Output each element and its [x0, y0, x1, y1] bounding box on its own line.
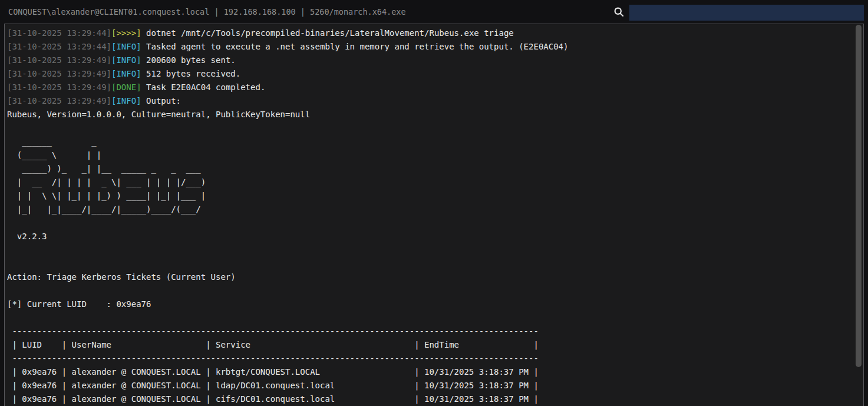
- log-tag: [INFO]: [111, 42, 141, 51]
- log-tag: [DONE]: [111, 82, 141, 92]
- log-line: [31-10-2025 13:29:49][INFO] Output:: [7, 94, 863, 108]
- log-message: 200600 bytes sent.: [141, 55, 236, 65]
- log-message: Tasked agent to execute a .net assembly …: [141, 42, 569, 51]
- log-line: [31-10-2025 13:29:44][INFO] Tasked agent…: [7, 40, 863, 54]
- log-line: [31-10-2025 13:29:49][INFO] 512 bytes re…: [7, 67, 863, 81]
- log-line: [31-10-2025 13:29:49][DONE] Task E2E0AC0…: [7, 81, 863, 94]
- rubeus-output: Rubeus, Version=1.0.0.0, Culture=neutral…: [7, 108, 863, 406]
- session-info: CONQUEST\alexander@CLIENT01.conquest.loc…: [8, 7, 406, 16]
- scrollbar-thumb[interactable]: [856, 25, 862, 367]
- log-message: dotnet /mnt/c/Tools/precompiled-binaries…: [141, 28, 514, 38]
- search-icon[interactable]: [613, 6, 625, 18]
- log-lines: [31-10-2025 13:29:44][>>>>] dotnet /mnt/…: [7, 27, 863, 108]
- log-timestamp: [31-10-2025 13:29:49]: [7, 96, 111, 105]
- log-tag: [>>>>]: [111, 28, 141, 38]
- log-message: Task E2E0AC04 completed.: [141, 82, 266, 92]
- header-bar: CONQUEST\alexander@CLIENT01.conquest.loc…: [0, 0, 868, 24]
- log-message: 512 bytes received.: [141, 69, 241, 78]
- search-input[interactable]: [629, 5, 864, 21]
- log-line: [31-10-2025 13:29:44][>>>>] dotnet /mnt/…: [7, 27, 863, 40]
- log-timestamp: [31-10-2025 13:29:49]: [7, 69, 111, 78]
- log-timestamp: [31-10-2025 13:29:44]: [7, 42, 111, 51]
- log-tag: [INFO]: [111, 96, 141, 105]
- log-timestamp: [31-10-2025 13:29:49]: [7, 55, 111, 65]
- log-timestamp: [31-10-2025 13:29:44]: [7, 28, 111, 38]
- log-timestamp: [31-10-2025 13:29:49]: [7, 82, 111, 92]
- terminal-output-panel[interactable]: [31-10-2025 13:29:44][>>>>] dotnet /mnt/…: [4, 24, 864, 406]
- log-tag: [INFO]: [111, 69, 141, 78]
- log-message: Output:: [141, 96, 181, 105]
- log-tag: [INFO]: [111, 55, 141, 65]
- log-line: [31-10-2025 13:29:49][INFO] 200600 bytes…: [7, 54, 863, 67]
- scrollbar-track[interactable]: [856, 24, 862, 406]
